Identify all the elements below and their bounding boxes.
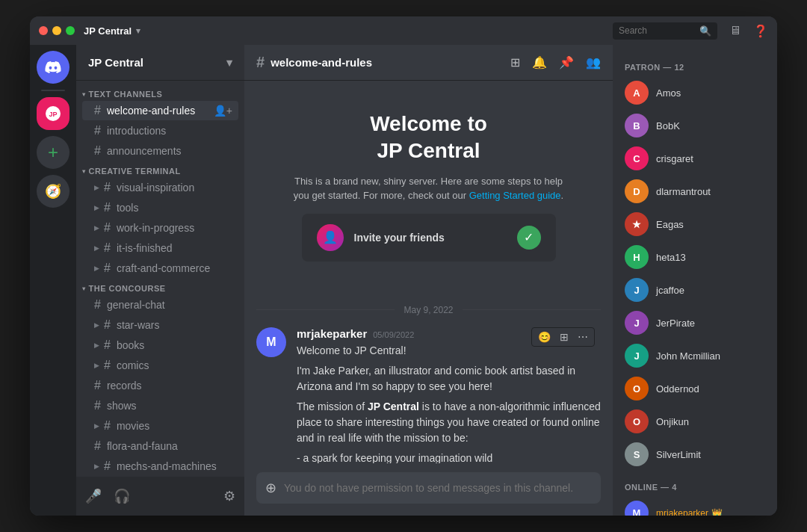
- member-avatar: O: [625, 377, 649, 400]
- channel-welcome-and-rules[interactable]: # welcome-and-rules 👤+: [82, 101, 238, 120]
- invite-check-icon: ✓: [517, 226, 541, 250]
- window-title: JP Central ▾: [84, 25, 140, 37]
- channel-comics[interactable]: ▶ # comics: [82, 356, 238, 375]
- channel-it-is-finished[interactable]: ▶ # it-is-finished: [82, 238, 238, 258]
- channel-mechs-and-machines[interactable]: ▶ # mechs-and-machines: [82, 457, 238, 476]
- maximize-button[interactable]: [66, 26, 75, 35]
- section-header-creative-terminal[interactable]: ▾ CREATIVE TERMINAL: [76, 164, 244, 177]
- text-channels-section: ▾ TEXT CHANNELS # welcome-and-rules 👤+ #…: [76, 87, 244, 161]
- member-mrjakeparker[interactable]: M mrjakeparker 👑: [619, 496, 771, 516]
- help-icon[interactable]: ❓: [753, 24, 768, 38]
- channel-area: # welcome-and-rules ⊞ 🔔 📌 👥 Welcome toJP…: [244, 45, 613, 516]
- mic-icon[interactable]: 🎤: [82, 485, 105, 507]
- channel-star-wars[interactable]: ▶ # star-wars: [82, 315, 238, 335]
- member-heta13[interactable]: H heta13: [619, 241, 771, 273]
- invite-box: 👤 Invite your friends ✓: [302, 214, 556, 262]
- channel-work-in-progress[interactable]: ▶ # work-in-progress: [82, 218, 238, 238]
- welcome-subtitle: This is a brand new, shiny server. Here …: [286, 174, 571, 203]
- member-onjikun[interactable]: O Onjikun: [619, 405, 771, 438]
- hash-icon: #: [104, 338, 111, 352]
- close-button[interactable]: [39, 26, 48, 35]
- message-text: Welcome to JP Central! I'm Jake Parker, …: [297, 343, 601, 463]
- server-icon-jp[interactable]: JP: [37, 97, 69, 130]
- member-crisgaret[interactable]: C crisgaret: [619, 142, 771, 175]
- channel-shows[interactable]: # shows: [82, 396, 238, 415]
- bell-icon[interactable]: 🔔: [532, 55, 547, 69]
- channel-books[interactable]: ▶ # books: [82, 335, 238, 355]
- add-member-icon[interactable]: 👤+: [214, 105, 232, 117]
- threads-icon[interactable]: ⊞: [510, 55, 520, 69]
- channel-visual-inspiration[interactable]: ▶ # visual-inspiration: [82, 178, 238, 197]
- server-icon-discord[interactable]: [37, 51, 69, 84]
- server-divider: [41, 90, 65, 91]
- headphones-icon[interactable]: 🎧: [111, 485, 133, 507]
- emoji-react-icon[interactable]: 😊: [535, 330, 554, 344]
- member-jerpirate[interactable]: J JerPirate: [619, 306, 771, 339]
- sidebar: JP Central ▾ ▾ TEXT CHANNELS # welcome-a…: [76, 45, 244, 516]
- desktop-icon[interactable]: 🖥: [729, 24, 741, 37]
- member-john-mcmillian[interactable]: J John Mcmillian: [619, 339, 771, 372]
- channel-announcements[interactable]: # announcements: [82, 141, 238, 161]
- member-jcaffoe[interactable]: J jcaffoe: [619, 273, 771, 306]
- hash-icon: #: [104, 241, 111, 255]
- hash-icon: #: [104, 460, 111, 473]
- channel-tools[interactable]: ▶ # tools: [82, 198, 238, 217]
- hash-icon: #: [104, 359, 111, 372]
- server-add-button[interactable]: +: [37, 136, 69, 169]
- section-header-text-channels[interactable]: ▾ TEXT CHANNELS: [76, 87, 244, 100]
- hash-icon: #: [104, 262, 111, 275]
- titlebar-icons: 🔍 🖥 ❓: [613, 22, 768, 40]
- search-box[interactable]: 🔍: [613, 22, 717, 40]
- member-avatar: C: [625, 146, 649, 170]
- search-input[interactable]: [619, 25, 695, 36]
- section-header-the-concourse[interactable]: ▾ THE CONCOURSE: [76, 281, 244, 294]
- hash-icon: #: [94, 104, 101, 117]
- member-eagas[interactable]: ★ Eagas: [619, 208, 771, 241]
- attach-icon[interactable]: ⊕: [265, 480, 276, 496]
- collapse-arrow: ▾: [82, 91, 86, 98]
- message-para1: I'm Jake Parker, an illustrator and comi…: [297, 363, 601, 395]
- members-icon[interactable]: 👥: [586, 55, 601, 69]
- invite-avatar: 👤: [317, 224, 344, 251]
- hash-icon: #: [104, 221, 111, 235]
- server-menu-chevron: ▾: [226, 56, 232, 69]
- channel-list: ▾ TEXT CHANNELS # welcome-and-rules 👤+ #…: [76, 81, 244, 477]
- member-oddernod[interactable]: O Oddernod: [619, 372, 771, 405]
- member-dlarmantrout[interactable]: D dlarmantrout: [619, 175, 771, 208]
- welcome-title: Welcome toJP Central: [286, 111, 571, 165]
- pin-icon[interactable]: 📌: [559, 55, 574, 69]
- settings-icon[interactable]: ⚙: [220, 485, 238, 507]
- channel-introductions[interactable]: # introductions: [82, 121, 238, 140]
- channel-flora-and-fauna[interactable]: # flora-and-fauna: [82, 436, 238, 456]
- message-author: mrjakeparker: [297, 327, 367, 340]
- channel-hash-icon: #: [256, 54, 265, 71]
- add-reaction-icon[interactable]: ⊞: [557, 330, 572, 344]
- member-amos[interactable]: A Amos: [619, 76, 771, 109]
- minimize-button[interactable]: [52, 26, 61, 35]
- main-layout: JP + 🧭 JP Central ▾ ▾ TEXT CHANNELS: [30, 45, 777, 516]
- titlebar: JP Central ▾ 🔍 🖥 ❓: [30, 16, 777, 45]
- svg-text:JP: JP: [49, 111, 57, 118]
- member-silverlimit[interactable]: S SilverLimit: [619, 438, 771, 471]
- server-name-sidebar[interactable]: JP Central ▾: [76, 45, 244, 81]
- hash-icon: #: [104, 201, 111, 214]
- channel-general-chat[interactable]: # general-chat: [82, 295, 238, 315]
- message-input-box: ⊕: [256, 472, 601, 504]
- server-explore-button[interactable]: 🧭: [37, 175, 69, 208]
- channel-name-header: welcome-and-rules: [270, 56, 372, 69]
- channel-records[interactable]: # records: [82, 376, 238, 395]
- channel-craft-and-commerce[interactable]: ▶ # craft-and-commerce: [82, 259, 238, 278]
- member-avatar: J: [625, 344, 649, 368]
- channel-movies[interactable]: ▶ # movies: [82, 416, 238, 436]
- invite-label: Invite your friends: [354, 232, 507, 244]
- member-bobk[interactable]: B BobK: [619, 109, 771, 142]
- member-avatar: J: [625, 311, 649, 335]
- collapse-arrow: ▾: [82, 285, 86, 292]
- message-input-area: ⊕: [244, 463, 613, 516]
- more-actions-icon[interactable]: ⋯: [575, 330, 591, 344]
- getting-started-link[interactable]: Getting Started guide: [469, 190, 561, 201]
- server-name-title: JP Central: [84, 25, 132, 37]
- channel-header-icons: ⊞ 🔔 📌 👥: [510, 55, 601, 69]
- member-avatar: B: [625, 114, 649, 137]
- the-concourse-section: ▾ THE CONCOURSE # general-chat ▶ # star-…: [76, 281, 244, 476]
